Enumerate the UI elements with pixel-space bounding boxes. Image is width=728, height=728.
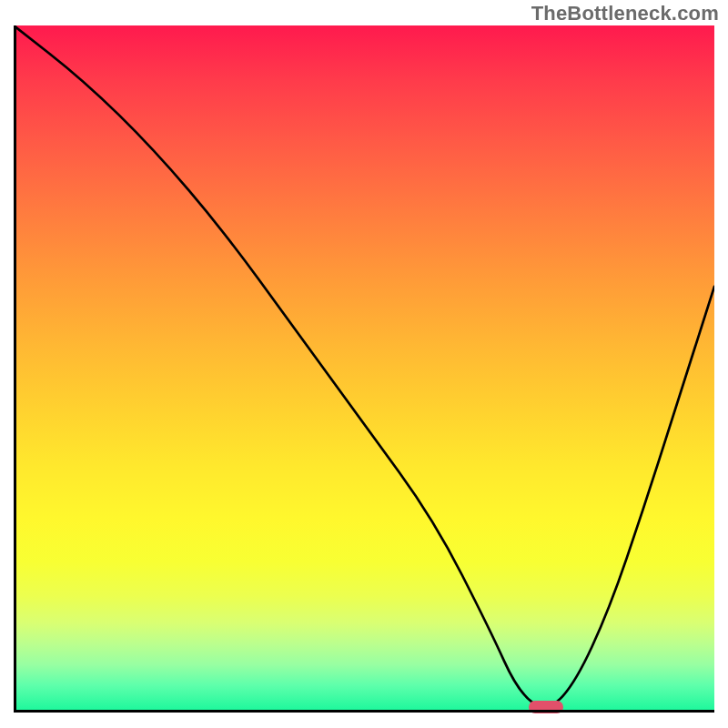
watermark-text: TheBottleneck.com — [531, 2, 719, 25]
bottleneck-curve — [14, 25, 714, 713]
chart-stage: TheBottleneck.com — [0, 0, 728, 728]
plot-area — [14, 25, 714, 713]
minimum-marker — [529, 701, 563, 713]
curve-path — [14, 25, 714, 707]
